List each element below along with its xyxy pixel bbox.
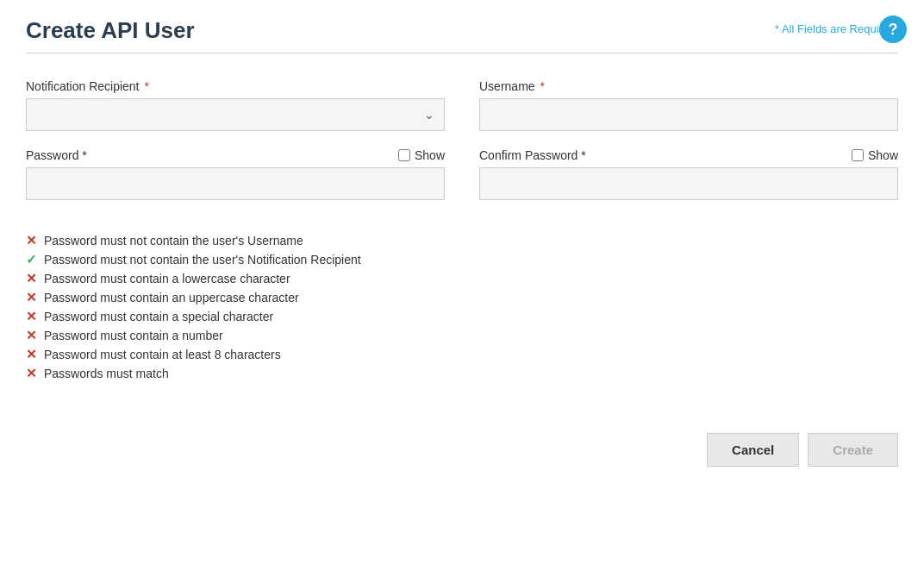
validation-item: ✕Password must contain an uppercase char…: [26, 290, 898, 305]
validation-item: ✕Password must contain a special charact…: [26, 309, 898, 324]
validation-item: ✕Password must contain at least 8 charac…: [26, 347, 898, 362]
validation-text: Passwords must match: [44, 367, 169, 380]
x-icon: ✕: [26, 233, 37, 248]
notification-recipient-group: Notification Recipient * ⌄: [26, 79, 445, 131]
confirm-password-show-checkbox[interactable]: [852, 149, 864, 161]
page-container: Create API User * All Fields are Require…: [0, 0, 924, 493]
confirm-password-label-row: Confirm Password * Show: [479, 148, 898, 162]
x-icon: ✕: [26, 347, 37, 362]
confirm-password-show-text: Show: [868, 148, 898, 162]
username-input[interactable]: [479, 98, 898, 131]
password-input[interactable]: [26, 167, 445, 200]
page-header: Create API User * All Fields are Require…: [26, 17, 898, 53]
validation-item: ✕Password must not contain the user's Us…: [26, 233, 898, 248]
password-label: Password *: [26, 148, 87, 162]
help-icon: ?: [889, 21, 898, 39]
create-button[interactable]: Create: [808, 433, 898, 467]
username-group: Username *: [479, 79, 898, 131]
required-star-confirm: *: [578, 148, 585, 162]
password-group: Password * Show: [26, 148, 445, 200]
validation-text: Password must not contain the user's Use…: [44, 234, 303, 248]
notification-recipient-wrapper: ⌄: [26, 98, 445, 131]
confirm-password-group: Confirm Password * Show: [479, 148, 898, 200]
x-icon: ✕: [26, 328, 37, 343]
password-show-checkbox[interactable]: [398, 149, 410, 161]
x-icon: ✕: [26, 290, 37, 305]
validation-item: ✓Password must not contain the user's No…: [26, 252, 898, 267]
confirm-password-show-label[interactable]: Show: [852, 148, 898, 162]
x-icon: ✕: [26, 271, 37, 286]
required-star: *: [141, 79, 149, 93]
validation-section: ✕Password must not contain the user's Us…: [26, 217, 898, 381]
x-icon: ✕: [26, 309, 37, 324]
required-star-password: *: [78, 148, 86, 162]
required-star-username: *: [537, 79, 545, 93]
validation-text: Password must contain a special characte…: [44, 310, 273, 323]
validation-text: Password must not contain the user's Not…: [44, 253, 361, 267]
confirm-password-input[interactable]: [479, 167, 898, 200]
validation-item: ✕Password must contain a lowercase chara…: [26, 271, 898, 286]
checkmark-icon: ✓: [26, 252, 37, 267]
validation-item: ✕Password must contain a number: [26, 328, 898, 343]
password-label-row: Password * Show: [26, 148, 445, 162]
confirm-password-label: Confirm Password *: [479, 148, 586, 162]
password-show-label[interactable]: Show: [398, 148, 445, 162]
cancel-button[interactable]: Cancel: [707, 433, 799, 467]
footer-buttons: Cancel Create: [26, 433, 898, 467]
validation-text: Password must contain a lowercase charac…: [44, 272, 290, 286]
form-grid: Notification Recipient * ⌄ Username * Pa…: [26, 79, 898, 381]
validation-text: Password must contain a number: [44, 329, 223, 342]
page-title: Create API User: [26, 17, 195, 44]
password-show-text: Show: [415, 148, 445, 162]
notification-recipient-label: Notification Recipient *: [26, 79, 445, 93]
validation-list: ✕Password must not contain the user's Us…: [26, 233, 898, 381]
x-icon: ✕: [26, 366, 37, 381]
notification-recipient-select[interactable]: [26, 98, 445, 131]
validation-item: ✕Passwords must match: [26, 366, 898, 381]
help-button[interactable]: ?: [879, 16, 907, 43]
validation-text: Password must contain at least 8 charact…: [44, 348, 281, 361]
username-label: Username *: [479, 79, 898, 93]
validation-text: Password must contain an uppercase chara…: [44, 291, 299, 304]
